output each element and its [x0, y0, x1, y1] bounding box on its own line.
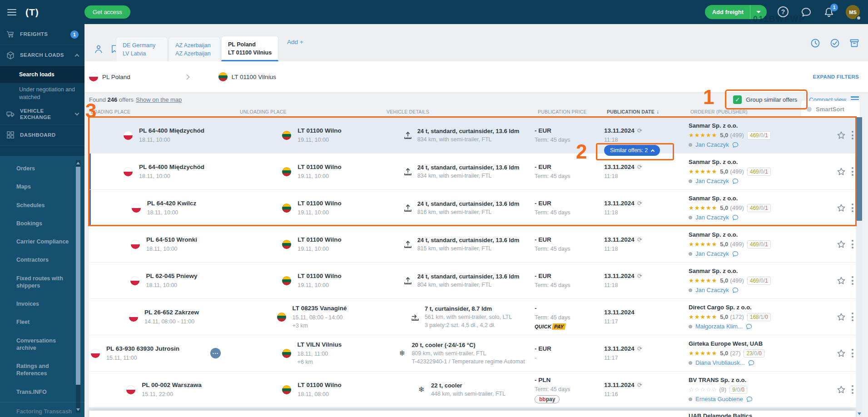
offer-row[interactable]: PL 64-510 Wronki18.11, 10:00LT 01100 Wil… [89, 226, 856, 263]
sidebar-item-schedules[interactable]: Schedules [0, 196, 84, 214]
expand-filters-link[interactable]: EXPAND FILTERS [813, 74, 859, 79]
chat-icon[interactable] [746, 396, 753, 403]
checkbox-checked-icon[interactable]: ✓ [733, 95, 742, 104]
favorite-star-icon[interactable] [836, 203, 846, 213]
offer-row[interactable]: PL 64-420 Kwilcz18.11, 10:00LT 01100 Wil… [89, 190, 856, 226]
sidebar-item-maps[interactable]: Maps [0, 178, 84, 196]
chevron-down-icon[interactable] [756, 11, 761, 13]
notifications-bell-icon[interactable]: 1 [823, 6, 835, 18]
sidebar-item-conversations-archive[interactable]: Conversations archive [0, 332, 84, 357]
menu-icon[interactable] [7, 7, 16, 17]
row-menu-icon[interactable] [852, 312, 853, 322]
messages-icon[interactable] [800, 6, 812, 18]
favorite-star-icon[interactable] [836, 385, 846, 395]
publication-cell: 13.11.202411:17 [604, 299, 689, 335]
contact-link[interactable]: Diana Vrubliausk... [695, 359, 745, 366]
tab-de-germany[interactable]: DE GermanyLV Latvia [116, 37, 168, 61]
help-icon[interactable]: ? [778, 6, 789, 18]
clock-icon[interactable] [810, 38, 821, 49]
sidebar-item-contractors[interactable]: Contractors [0, 251, 84, 269]
sidebar-item-ratings-and-references[interactable]: Ratings and References [0, 357, 84, 383]
table-scrollbar[interactable] [857, 117, 862, 417]
row-menu-icon[interactable] [852, 239, 853, 249]
row-menu-icon[interactable] [852, 385, 853, 395]
sidebar-item-fleet[interactable]: Fleet [0, 313, 84, 331]
check-circle-icon[interactable] [829, 38, 840, 49]
row-actions [834, 117, 856, 153]
sidebar-section-search-loads[interactable]: SEARCH LOADS [0, 45, 84, 66]
unloading-city: LT 01100 Wilno [298, 163, 341, 172]
person-icon[interactable] [94, 44, 104, 54]
sidebar-section-freights[interactable]: FREIGHTS1 [0, 24, 84, 45]
contact-link[interactable]: Jan Czaczyk [695, 287, 729, 293]
sidebar-item-invoices[interactable]: Invoices [0, 295, 84, 313]
archive-icon[interactable] [849, 38, 860, 49]
chat-icon[interactable] [748, 359, 755, 367]
sidebar-section-vehicle-exchange[interactable]: VEHICLE EXCHANGE [0, 104, 84, 125]
offer-row[interactable]: PL 00-002 Warszawa15.11, 22:00LT 01100 W… [89, 372, 856, 408]
sidebar-scrollbar-thumb[interactable] [76, 167, 80, 385]
sidebar-section-dashboard[interactable]: DASHBOARD [0, 125, 84, 146]
ratings-ratio-badge: 168/1/0 [747, 313, 771, 321]
offer-row[interactable]: PL 64-400 Międzychód18.11, 10:00LT 01100… [89, 117, 856, 154]
sidebar-item-bookings[interactable]: Bookings [0, 214, 84, 233]
favorite-star-icon[interactable] [836, 312, 846, 322]
scroll-down-icon[interactable] [76, 408, 80, 411]
get-access-button[interactable]: Get access [84, 5, 130, 19]
similar-offers-button[interactable]: Similar offers: 2 [604, 145, 660, 156]
scroll-down-icon[interactable] [858, 412, 861, 415]
sidebar-item-fixed-routes-with-shippers[interactable]: Fixed routes with shippers [0, 269, 84, 295]
payment-term: Term: 45 days [535, 208, 604, 217]
contact-link[interactable]: Małgorzata Klim... [695, 323, 743, 330]
tab-pl-poland[interactable]: PL PolandLT 01100 Vilnius [221, 36, 278, 61]
chat-icon[interactable] [732, 287, 739, 294]
sidebar-item-trans-info[interactable]: Trans.INFO [0, 383, 84, 401]
favorite-star-icon[interactable] [836, 130, 846, 140]
contact-link[interactable]: Jan Czaczyk [695, 214, 729, 221]
contact-link[interactable]: Jan Czaczyk [695, 141, 729, 148]
sidebar-item-under-negotiation-and-watched[interactable]: Under negotiation and watched [0, 83, 84, 104]
smartsort-toggle[interactable]: SmartSort [801, 101, 860, 117]
favorite-star-icon[interactable] [836, 348, 846, 358]
vehicle-title: 24 t, standard, curtainsider, 13.6 ldm [417, 163, 520, 172]
avatar[interactable]: MS [846, 5, 860, 19]
favorite-star-icon[interactable] [836, 167, 846, 177]
add-tab-button[interactable]: Add + [287, 39, 303, 45]
row-menu-icon[interactable] [852, 276, 853, 286]
unloading-date: 19.11, 10:00 [298, 245, 341, 253]
group-similar-offers-checkbox[interactable]: ✓ Group similar offers [733, 95, 797, 104]
partial-offer-row[interactable]: UAB Delamode Baltics [89, 411, 856, 417]
sidebar-item-orders[interactable]: Orders [0, 159, 84, 178]
favorite-star-icon[interactable] [836, 276, 846, 286]
contact-link[interactable]: Jan Czaczyk [695, 250, 729, 257]
offer-row[interactable]: PL 64-400 Międzychód18.11, 10:00LT 01100… [89, 154, 856, 190]
contact-link[interactable]: Ernesta Guobiene [695, 396, 743, 402]
tab-az-azerbaijan[interactable]: AZ AzerbaijanAZ Azerbaijan [169, 37, 220, 61]
sidebar-scrollbar[interactable] [76, 160, 80, 412]
contact-link[interactable]: Jan Czaczyk [695, 178, 729, 184]
route-from[interactable]: PL Poland [89, 72, 130, 81]
table-scrollbar-thumb[interactable] [857, 117, 862, 221]
row-menu-icon[interactable] [852, 167, 853, 177]
offer-row[interactable]: PL 62-045 Pniewy18.11, 10:00LT 01100 Wil… [89, 263, 856, 299]
sidebar-item-search-loads[interactable]: Search loads [0, 66, 84, 83]
chat-icon[interactable] [732, 141, 739, 149]
offer-row[interactable]: PL 26-652 Zakrzew14.11, 08:00 - 11:00LT … [89, 299, 856, 335]
row-menu-icon[interactable] [852, 130, 853, 140]
chat-icon[interactable] [745, 323, 753, 330]
unloading-place: LT 01100 Wilno19.11, 10:00 [298, 199, 341, 216]
route-to[interactable]: LT 01100 Vilnius [218, 72, 276, 81]
offer-row[interactable]: PL 63-930 63930 Jutrosin15.11, 11:00...L… [89, 335, 856, 372]
scroll-up-icon[interactable] [76, 162, 80, 164]
chat-icon[interactable] [732, 214, 739, 221]
show-on-map-link[interactable]: Show on the map [136, 96, 182, 103]
row-menu-icon[interactable] [852, 348, 853, 358]
row-menu-icon[interactable] [852, 203, 853, 213]
sidebar-item-carrier-compliance[interactable]: Carrier Compliance [0, 233, 84, 251]
more-options-icon[interactable]: ... [210, 348, 221, 358]
sidebar-item-factoring-transcash[interactable]: Factoring Transcash [0, 402, 84, 417]
chat-icon[interactable] [732, 178, 739, 185]
chat-icon[interactable] [732, 250, 739, 258]
favorite-star-icon[interactable] [836, 239, 846, 249]
sort-desc-icon[interactable]: ↓ [656, 109, 659, 115]
